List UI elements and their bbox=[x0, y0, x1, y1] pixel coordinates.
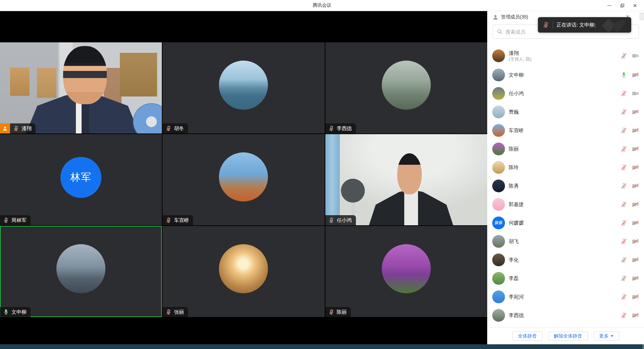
video-tile[interactable]: 车宣峤 bbox=[163, 134, 324, 225]
member-camera-icon[interactable] bbox=[632, 164, 639, 171]
video-tile[interactable]: 漆翔 bbox=[0, 42, 162, 133]
participant-avatar bbox=[382, 244, 431, 293]
video-tile[interactable]: 任小鸿 bbox=[325, 134, 487, 225]
member-list-item[interactable] bbox=[487, 324, 644, 327]
tile-name-label: 车宣峤 bbox=[163, 215, 193, 225]
member-list-item[interactable]: 李西德 bbox=[487, 306, 644, 324]
member-camera-icon[interactable] bbox=[632, 275, 639, 282]
participant-name: 陈丽 bbox=[337, 309, 347, 315]
participant-name: 李西德 bbox=[337, 125, 352, 132]
member-list-item[interactable]: 李化 bbox=[487, 250, 644, 269]
member-name: 陈丽 bbox=[509, 146, 620, 152]
mic-status-icon bbox=[166, 309, 172, 315]
video-tile[interactable]: 陈丽 bbox=[325, 226, 487, 317]
participant-avatar bbox=[219, 61, 268, 110]
participant-name: 胡冬 bbox=[174, 125, 184, 132]
member-name: 漆翔 bbox=[509, 50, 620, 56]
member-mic-icon[interactable] bbox=[620, 72, 627, 78]
member-camera-icon[interactable] bbox=[632, 52, 639, 59]
member-camera-icon[interactable] bbox=[632, 109, 639, 115]
member-list-item[interactable]: 李宛河 bbox=[487, 287, 644, 306]
participant-avatar bbox=[56, 244, 105, 293]
member-name: 曹巍 bbox=[509, 109, 620, 115]
video-tile[interactable]: 李西德 bbox=[325, 42, 487, 133]
participant-name: 张丽 bbox=[174, 309, 184, 315]
more-button[interactable]: 更多 bbox=[594, 332, 619, 341]
member-camera-icon[interactable] bbox=[632, 72, 639, 78]
tile-footer: 张丽 bbox=[163, 307, 188, 317]
member-mic-icon[interactable] bbox=[620, 201, 627, 208]
toast-text: 正在讲话: 文申柳; bbox=[556, 22, 596, 28]
member-mic-icon[interactable] bbox=[620, 275, 627, 282]
search-icon bbox=[497, 29, 503, 35]
member-list-item[interactable]: 文申柳 bbox=[487, 66, 644, 84]
muted-mic-icon bbox=[543, 22, 549, 28]
member-camera-icon[interactable] bbox=[632, 294, 639, 300]
member-mic-icon[interactable] bbox=[620, 90, 627, 97]
video-tile[interactable]: 林军 周林军 bbox=[0, 134, 162, 225]
member-camera-icon[interactable] bbox=[632, 312, 639, 319]
member-list-item[interactable]: 媛媛 何媛媛 bbox=[487, 214, 644, 232]
member-list-item[interactable]: 胡飞 bbox=[487, 232, 644, 250]
member-list-item[interactable]: 曹巍 bbox=[487, 103, 644, 121]
tile-name-label: 胡冬 bbox=[163, 123, 188, 133]
participant-name: 漆翔 bbox=[21, 125, 32, 132]
tile-footer: 任小鸿 bbox=[325, 215, 356, 225]
restore-button[interactable] bbox=[616, 0, 629, 11]
member-mic-icon[interactable] bbox=[620, 146, 627, 152]
more-label: 更多 bbox=[599, 333, 609, 339]
member-name: 陈玲 bbox=[509, 164, 620, 170]
close-button[interactable]: ✕ bbox=[629, 0, 641, 11]
member-camera-icon[interactable] bbox=[632, 220, 639, 226]
member-panel: 管理成员(35) ✕ 漆翔 (主持人, 我) bbox=[487, 11, 644, 344]
member-avatar bbox=[492, 235, 505, 248]
tile-footer: 文申柳 bbox=[0, 307, 31, 317]
mic-status-icon bbox=[328, 217, 334, 223]
video-tile[interactable]: 文申柳 bbox=[0, 226, 162, 317]
member-mic-icon[interactable] bbox=[620, 257, 627, 263]
member-avatar bbox=[492, 49, 505, 62]
member-list-item[interactable]: 任小鸿 bbox=[487, 84, 644, 103]
member-mic-icon[interactable] bbox=[620, 238, 627, 245]
minimize-button[interactable] bbox=[603, 0, 616, 11]
member-list-item[interactable]: 车宣峤 bbox=[487, 121, 644, 140]
member-mic-icon[interactable] bbox=[620, 109, 627, 115]
member-list-item[interactable]: 李磊 bbox=[487, 269, 644, 287]
member-camera-icon[interactable] bbox=[632, 238, 639, 245]
show-desktop-button[interactable] bbox=[642, 344, 644, 349]
member-mic-icon[interactable] bbox=[620, 312, 627, 319]
participant-avatar bbox=[219, 244, 268, 293]
taskbar[interactable] bbox=[0, 344, 644, 349]
mic-status-icon bbox=[13, 125, 19, 131]
member-mic-icon[interactable] bbox=[620, 220, 627, 226]
tile-footer: 李西德 bbox=[325, 123, 356, 133]
video-tile[interactable]: 胡冬 bbox=[163, 42, 324, 133]
member-mic-icon[interactable] bbox=[620, 164, 627, 171]
video-tile[interactable]: 张丽 bbox=[163, 226, 324, 317]
member-mic-icon[interactable] bbox=[620, 294, 627, 300]
member-camera-icon[interactable] bbox=[632, 257, 639, 263]
participant-name: 任小鸿 bbox=[337, 217, 352, 224]
member-camera-icon[interactable] bbox=[632, 90, 639, 97]
member-name: 李化 bbox=[509, 257, 620, 263]
window-titlebar: 腾讯会议 ✕ bbox=[0, 0, 644, 11]
member-list-item[interactable]: 陈丽 bbox=[487, 140, 644, 158]
member-list-item[interactable]: 陈玲 bbox=[487, 158, 644, 177]
member-list-item[interactable]: 郭嘉捷 bbox=[487, 195, 644, 214]
member-camera-icon[interactable] bbox=[632, 201, 639, 208]
mic-status-icon bbox=[3, 309, 9, 315]
mute-all-label: 全体静音 bbox=[518, 333, 537, 339]
unmute-all-button[interactable]: 解除全体静音 bbox=[548, 332, 588, 341]
member-list-item[interactable]: 陈勇 bbox=[487, 177, 644, 195]
members-icon bbox=[492, 14, 499, 21]
panel-dock-handle[interactable] bbox=[640, 13, 644, 20]
member-camera-icon[interactable] bbox=[632, 146, 639, 152]
mute-all-button[interactable]: 全体静音 bbox=[512, 332, 543, 341]
member-list-item[interactable]: 漆翔 (主持人, 我) bbox=[487, 46, 644, 66]
member-mic-icon[interactable] bbox=[620, 183, 627, 189]
member-camera-icon[interactable] bbox=[632, 183, 639, 189]
member-name: 任小鸿 bbox=[509, 90, 620, 96]
member-mic-icon[interactable] bbox=[620, 52, 627, 59]
member-camera-icon[interactable] bbox=[632, 127, 639, 134]
member-mic-icon[interactable] bbox=[620, 127, 627, 134]
